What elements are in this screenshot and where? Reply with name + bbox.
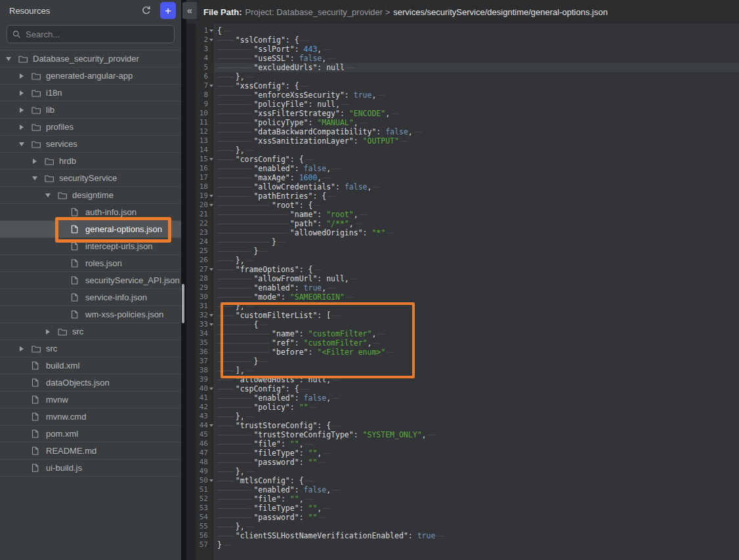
- code-line[interactable]: }: [215, 357, 739, 366]
- tree-item-profiles[interactable]: profiles: [0, 119, 181, 136]
- code-line[interactable]: "pathEntries": {: [215, 191, 739, 201]
- tree-item-generated-angular-app[interactable]: generated-angular-app: [0, 68, 181, 85]
- tree-item-wm-xss-policies-json[interactable]: wm-xss-policies.json: [0, 306, 181, 323]
- tree-item-general-options-json[interactable]: general-options.json: [0, 221, 181, 238]
- fold-arrow-icon[interactable]: [209, 39, 213, 41]
- code-line[interactable]: "excludedUrls": null: [215, 63, 739, 72]
- code-line[interactable]: "xssConfig": {: [215, 81, 739, 90]
- tree-item-service-info-json[interactable]: service-info.json: [0, 289, 181, 306]
- code-line[interactable]: "xssSanitizationLayer": "OUTPUT": [215, 136, 739, 146]
- code-line[interactable]: ],: [215, 366, 739, 375]
- code-line[interactable]: "policy": "": [215, 403, 739, 412]
- fold-arrow-icon[interactable]: [209, 424, 213, 427]
- fold-arrow-icon[interactable]: [209, 323, 213, 326]
- collapse-sidebar-button[interactable]: «: [182, 2, 197, 19]
- code-line[interactable]: "enabled": false,: [215, 393, 739, 403]
- code-area[interactable]: { "sslConfig": { "sslPort": 443, "useSSL…: [215, 24, 739, 560]
- code-line[interactable]: "sslPort": 443,: [215, 45, 739, 54]
- code-line[interactable]: "allowCredentials": false,: [215, 182, 739, 191]
- fold-arrow-icon[interactable]: [209, 268, 213, 271]
- tree-item-services[interactable]: services: [0, 136, 181, 153]
- expand-arrow-icon[interactable]: [18, 346, 32, 351]
- code-line[interactable]: "corsConfig": {: [215, 155, 739, 164]
- tree-item-database-security-provider[interactable]: Database_security_provider: [0, 50, 181, 68]
- code-line[interactable]: }: [215, 247, 739, 256]
- tree-item-designtime[interactable]: designtime: [0, 187, 181, 204]
- fold-arrow-icon[interactable]: [209, 158, 213, 161]
- fold-arrow-icon[interactable]: [209, 30, 213, 32]
- code-line[interactable]: "mode": "SAMEORIGIN": [215, 292, 739, 302]
- code-line[interactable]: "customFilterList": [: [215, 311, 739, 320]
- fold-arrow-icon[interactable]: [209, 314, 213, 317]
- tree-item-lib[interactable]: lib: [0, 102, 181, 119]
- code-line[interactable]: "enabled": false,: [215, 485, 739, 494]
- code-line[interactable]: "policyType": "MANUAL",: [215, 118, 739, 127]
- tree-item-src[interactable]: src: [0, 323, 181, 340]
- collapse-arrow-icon[interactable]: [45, 193, 58, 197]
- expand-arrow-icon[interactable]: [18, 108, 32, 113]
- code-line[interactable]: {: [215, 26, 739, 35]
- fold-arrow-icon[interactable]: [209, 479, 213, 482]
- tree-item-mvnw[interactable]: mvnw: [0, 391, 181, 409]
- code-line[interactable]: {: [215, 320, 739, 329]
- code-line[interactable]: }: [215, 540, 739, 550]
- tree-item-build-xml[interactable]: build.xml: [0, 357, 181, 374]
- collapse-arrow-icon[interactable]: [5, 57, 18, 61]
- code-line[interactable]: "password": "": [215, 513, 739, 522]
- tree-item-src[interactable]: src: [0, 340, 181, 357]
- code-line[interactable]: },: [215, 146, 739, 155]
- collapse-arrow-icon[interactable]: [32, 176, 45, 180]
- code-line[interactable]: "fileType": "",: [215, 449, 739, 458]
- fold-arrow-icon[interactable]: [209, 204, 213, 207]
- code-line[interactable]: "sslConfig": {: [215, 35, 739, 45]
- code-line[interactable]: "file": "",: [215, 439, 739, 449]
- expand-arrow-icon[interactable]: [45, 329, 58, 334]
- tree-item-hrdb[interactable]: hrdb: [0, 153, 181, 170]
- code-line[interactable]: "xssFilterStrategy": "ENCODE",: [215, 109, 739, 118]
- code-line[interactable]: "enforceXssSecurity": true,: [215, 90, 739, 100]
- code-line[interactable]: "allowFromUrl": null,: [215, 274, 739, 283]
- fold-arrow-icon[interactable]: [209, 388, 213, 390]
- code-line[interactable]: "policyFile": null,: [215, 100, 739, 109]
- code-line[interactable]: "allowedHosts": null,: [215, 375, 739, 384]
- code-line[interactable]: },: [215, 412, 739, 421]
- code-line[interactable]: "clientSSLHostNameVerificationEnabled": …: [215, 531, 739, 540]
- code-line[interactable]: "mtlsConfig": {: [215, 476, 739, 485]
- expand-arrow-icon[interactable]: [18, 73, 32, 79]
- code-line[interactable]: },: [215, 522, 739, 531]
- tree-item-securityservice[interactable]: securityService: [0, 170, 181, 187]
- code-line[interactable]: "file": "",: [215, 494, 739, 504]
- code-line[interactable]: "password": "": [215, 458, 739, 467]
- fold-arrow-icon[interactable]: [209, 85, 213, 87]
- tree-item-auth-info-json[interactable]: auth-info.json: [0, 204, 181, 221]
- tree-item-pom-xml[interactable]: pom.xml: [0, 426, 181, 443]
- code-line[interactable]: "name": "root",: [215, 210, 739, 219]
- tree-item-ui-build-js[interactable]: ui-build.js: [0, 460, 181, 477]
- refresh-button[interactable]: [139, 3, 154, 18]
- code-line[interactable]: "allowedOrigins": "*": [215, 228, 739, 237]
- code-line[interactable]: "cspConfig": {: [215, 384, 739, 393]
- code-line[interactable]: "path": "/**",: [215, 219, 739, 228]
- sidebar-scrollbar-thumb[interactable]: [182, 284, 184, 323]
- code-line[interactable]: "dataBackwardCompatibility": false,: [215, 127, 739, 136]
- code-line[interactable]: "name": "customFilter",: [215, 329, 739, 338]
- tree-item-securityservice-api-json[interactable]: securityService_API.json: [0, 272, 181, 289]
- tree-item-readme-md[interactable]: README.md: [0, 443, 181, 460]
- tree-item-i18n[interactable]: i18n: [0, 85, 181, 102]
- code-line[interactable]: "enabled": false,: [215, 164, 739, 173]
- add-button[interactable]: +: [160, 2, 176, 19]
- tree-item-roles-json[interactable]: roles.json: [0, 255, 181, 272]
- code-line[interactable]: "root": {: [215, 201, 739, 210]
- expand-arrow-icon[interactable]: [18, 90, 32, 96]
- code-line[interactable]: "fileType": "",: [215, 504, 739, 513]
- expand-arrow-icon[interactable]: [18, 125, 32, 130]
- tree-item-dataobjects-json[interactable]: dataObjects.json: [0, 374, 181, 391]
- search-box[interactable]: [7, 25, 175, 43]
- code-line[interactable]: "enabled": true,: [215, 283, 739, 292]
- code-line[interactable]: "before": "<Filter enum>": [215, 348, 739, 357]
- code-line[interactable]: },: [215, 256, 739, 265]
- fold-arrow-icon[interactable]: [209, 195, 213, 197]
- code-line[interactable]: "useSSL": false,: [215, 54, 739, 63]
- code-line[interactable]: },: [215, 467, 739, 476]
- code-line[interactable]: "trustStoreConfigType": "SYSTEM_ONLY",: [215, 430, 739, 439]
